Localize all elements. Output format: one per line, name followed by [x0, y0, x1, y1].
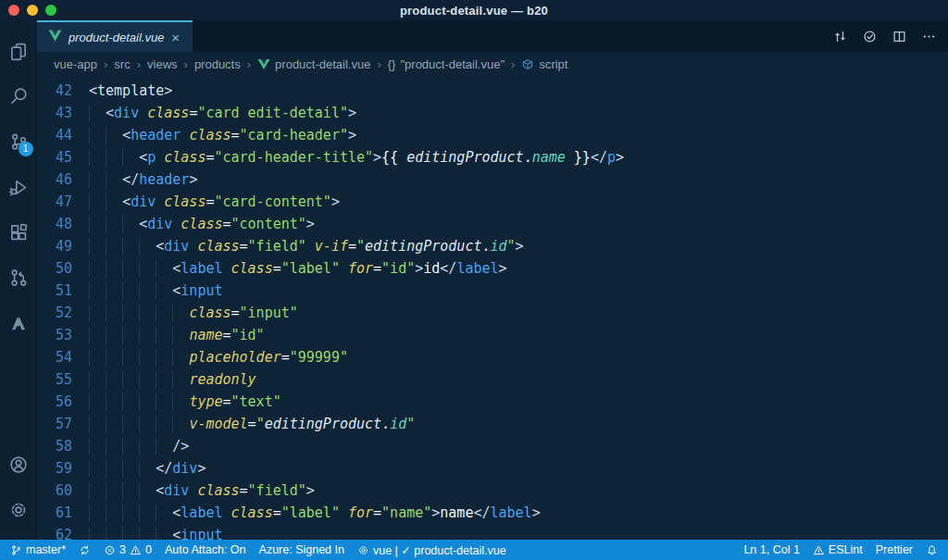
azure-signin-indicator-label: Azure: Signed In [259, 543, 344, 556]
code-line[interactable]: 45 <p class="card-header-title">{{ editi… [37, 146, 948, 168]
breadcrumb-separator: › [137, 57, 141, 71]
prettier-indicator[interactable]: Prettier [869, 540, 919, 560]
code-text: <input [89, 524, 223, 540]
breadcrumb-separator: › [511, 57, 515, 71]
code-line[interactable]: 54 placeholder="99999" [37, 346, 948, 368]
vetur-indicator[interactable]: vue | ✓ product-detail.vue [351, 540, 513, 560]
code-line[interactable]: 43 <div class="card edit-detail"> [37, 102, 948, 124]
open-changes-button[interactable] [828, 24, 852, 48]
activity-item-azure[interactable] [0, 300, 37, 345]
code-line[interactable]: 56 type="text" [37, 391, 948, 413]
eslint-indicator-label: ESLint [829, 543, 863, 556]
problems-indicator-label: 0 [145, 543, 152, 556]
debug-icon [8, 177, 29, 197]
split-editor-icon [892, 29, 907, 44]
vue-icon [257, 58, 270, 70]
gear-icon [357, 544, 369, 556]
account-icon [8, 454, 29, 475]
code-line[interactable]: 58 /> [37, 435, 948, 457]
code-line[interactable]: 52 class="input" [37, 302, 948, 324]
editor-actions [828, 20, 941, 52]
breadcrumb-label: script [539, 57, 568, 71]
code-line[interactable]: 51 <input [37, 280, 948, 302]
tab-bar: product-detail.vue × [37, 20, 948, 52]
code-line[interactable]: 49 <div class="field" v-if="editingProdu… [37, 235, 948, 257]
cursor-position[interactable]: Ln 1, Col 1 [737, 540, 805, 560]
activity-item-accounts[interactable] [0, 442, 37, 487]
line-number: 48 [37, 213, 89, 235]
vue-icon [48, 29, 62, 45]
status-bar-right: Ln 1, Col 1ESLintPrettier [737, 540, 944, 560]
activity-item-source-control[interactable]: 1 [0, 118, 37, 164]
tab-close-icon[interactable]: × [170, 31, 181, 44]
activity-item-search[interactable] [0, 73, 37, 118]
line-number: 46 [37, 168, 89, 191]
code-line[interactable]: 59 </div> [37, 457, 948, 479]
breadcrumb-item-src[interactable]: src [114, 57, 130, 71]
auto-attach-indicator-label: Auto Attach: On [165, 543, 246, 556]
symbol-cube-icon [521, 58, 534, 70]
code-line[interactable]: 50 <label class="label" for="id">id</lab… [37, 257, 948, 280]
code-text: <div class="card-content"> [89, 191, 340, 213]
line-number: 51 [37, 280, 89, 302]
azure-signin-indicator[interactable]: Azure: Signed In [253, 540, 351, 560]
tab-product-detail[interactable]: product-detail.vue × [37, 20, 193, 52]
code-editor[interactable]: 4142<template>43 <div class="card edit-d… [37, 76, 948, 540]
line-number: 52 [37, 302, 89, 324]
code-text: type="text" [89, 391, 281, 413]
activity-item-extensions[interactable] [0, 209, 37, 255]
code-text: <label class="label" for="id">id</label> [89, 257, 507, 280]
code-line[interactable]: 42<template> [37, 80, 948, 102]
line-number: 50 [37, 257, 89, 280]
auto-attach-indicator[interactable]: Auto Attach: On [158, 540, 253, 560]
eslint-indicator[interactable]: ESLint [806, 540, 869, 560]
sync-button[interactable] [72, 540, 97, 560]
breadcrumb: vue-app›src›views›products›product-detai… [37, 52, 948, 76]
pull-request-icon [8, 268, 29, 288]
editor-lines: 4142<template>43 <div class="card edit-d… [37, 76, 948, 540]
breadcrumb-item-product-detail.vue[interactable]: product-detail.vue [257, 57, 370, 71]
warning-icon [130, 544, 142, 556]
vetur-indicator-label: vue | ✓ product-detail.vue [373, 543, 506, 557]
code-line[interactable]: 48 <div class="content"> [37, 213, 948, 235]
activity-bar: 1 [0, 20, 37, 540]
prettier-indicator-label: Prettier [876, 543, 913, 556]
breadcrumb-item-product-detail.vue[interactable]: {}"product-detail.vue" [388, 57, 505, 71]
code-line[interactable]: 55 readonly [37, 368, 948, 391]
warning-icon [813, 544, 825, 556]
line-number: 59 [37, 457, 89, 479]
line-number: 49 [37, 235, 89, 257]
code-text: </div> [89, 457, 206, 479]
code-text: <p class="card-header-title">{{ editingP… [89, 146, 624, 168]
line-number: 60 [37, 479, 89, 502]
activity-item-explorer[interactable] [0, 28, 37, 73]
activity-item-github-pull-requests[interactable] [0, 255, 37, 300]
problems-indicator-label: 3 [119, 543, 126, 556]
code-line[interactable]: 53 name="id" [37, 324, 948, 346]
line-number: 54 [37, 346, 89, 368]
code-line[interactable]: 61 <label class="label" for="name">name<… [37, 502, 948, 524]
git-branch-icon [10, 544, 22, 556]
code-line[interactable]: 46 </header> [37, 168, 948, 191]
breadcrumb-label: products [194, 57, 241, 71]
more-actions-button[interactable] [917, 24, 941, 48]
split-editor-button[interactable] [887, 24, 911, 48]
breadcrumb-item-views[interactable]: views [147, 57, 178, 71]
problems-indicator[interactable]: 30 [97, 540, 158, 560]
activity-item-settings[interactable] [0, 487, 37, 532]
breadcrumb-item-script[interactable]: script [521, 57, 568, 71]
code-line[interactable]: 47 <div class="card-content"> [37, 191, 948, 213]
code-line[interactable]: 60 <div class="field"> [37, 479, 948, 502]
activity-item-run-debug[interactable] [0, 164, 37, 209]
code-line[interactable]: 44 <header class="card-header"> [37, 124, 948, 146]
branch-indicator[interactable]: master* [4, 540, 72, 560]
breadcrumb-item-vue-app[interactable]: vue-app [54, 57, 97, 71]
code-text: <div class="card edit-detail"> [89, 102, 356, 124]
check-circle-button[interactable] [857, 24, 881, 48]
code-line[interactable]: 62 <input [37, 524, 948, 540]
line-number: 43 [37, 102, 89, 124]
notifications-bell[interactable] [919, 540, 944, 560]
code-line[interactable]: 57 v-model="editingProduct.id" [37, 413, 948, 435]
breadcrumb-item-products[interactable]: products [194, 57, 241, 71]
code-text: name="id" [89, 324, 265, 346]
